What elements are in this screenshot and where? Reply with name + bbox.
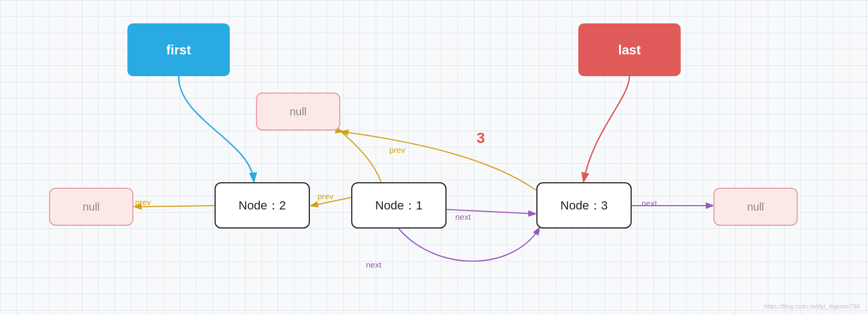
node-1: Node：1 bbox=[351, 182, 447, 228]
pointer-last: last bbox=[578, 23, 681, 76]
label-next-lower: next bbox=[366, 260, 381, 269]
diagram-container: Node：2 Node：1 Node：3 null null null firs… bbox=[0, 0, 868, 315]
label-next-node1-node3: next bbox=[455, 212, 470, 221]
label-prev-node1-node2: prev bbox=[317, 192, 333, 201]
null-top: null bbox=[256, 92, 340, 131]
null-right: null bbox=[713, 188, 798, 226]
pointer-first: first bbox=[127, 23, 230, 76]
node-2: Node：2 bbox=[215, 182, 310, 228]
label-prev-node1-null: prev bbox=[389, 145, 405, 155]
node-3: Node：3 bbox=[536, 182, 632, 228]
null-left: null bbox=[49, 188, 133, 226]
watermark: https://blog.csdn.net/lyt_digimon786 bbox=[764, 303, 860, 310]
label-next-right: next bbox=[641, 199, 657, 208]
label-3-red: 3 bbox=[476, 129, 485, 147]
label-prev-left: prev bbox=[135, 197, 151, 207]
